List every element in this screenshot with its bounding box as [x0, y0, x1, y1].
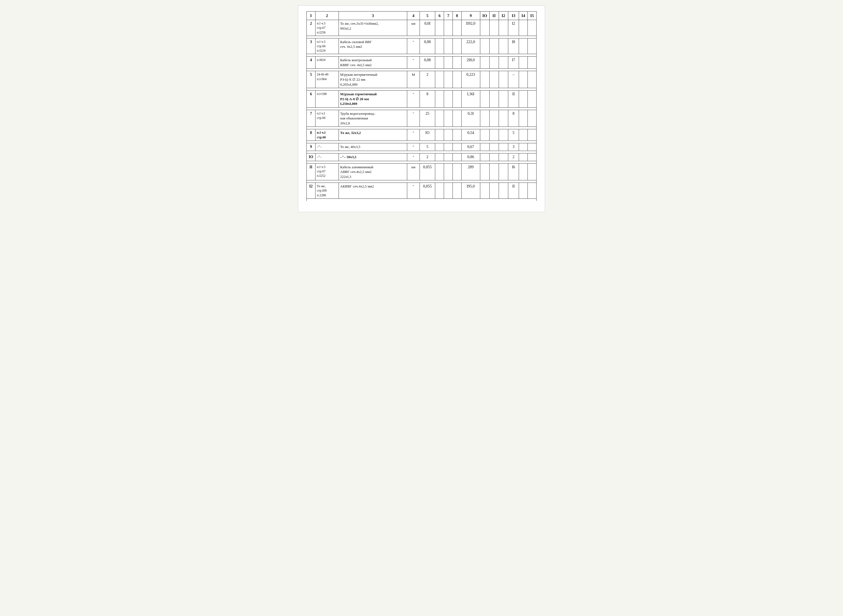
cell-7-1: 8	[307, 129, 316, 141]
cell-7-13: 5	[508, 129, 519, 141]
cell-5-9: I,36I	[461, 91, 480, 108]
table-row: 2п.I ч.5стр.67п.I258То же, сеч.3х35+IхI6…	[307, 20, 536, 36]
cell-3-12	[499, 57, 508, 69]
cell-1-9: II92,0	[461, 20, 480, 36]
cell-1-11	[489, 20, 499, 36]
cell-9-14	[519, 153, 528, 161]
cell-2-8	[452, 38, 461, 54]
cell-7-11	[489, 129, 499, 141]
cell-1-4: км	[407, 20, 420, 36]
cell-2-2: п.I ч.5стр.66п.I224	[315, 38, 339, 54]
cell-1-5: 0,0I	[420, 20, 435, 36]
cell-3-1: 4	[307, 57, 316, 69]
spacer-row	[307, 36, 536, 38]
spacer-row	[307, 198, 536, 201]
col-header-7: 7	[444, 12, 453, 20]
cell-9-13: 2	[508, 153, 519, 161]
cell-7-8	[452, 129, 461, 141]
cell-7-2: п.I ч.Iстр.66	[315, 129, 339, 141]
cell-1-8	[452, 20, 461, 36]
cell-11-8	[452, 183, 461, 199]
cell-6-6	[435, 110, 444, 127]
cell-1-15	[528, 20, 536, 36]
cell-8-2: –"–	[315, 143, 339, 151]
spacer-row	[307, 151, 536, 153]
cell-1-12	[499, 20, 508, 36]
cell-2-9: 222,0	[461, 38, 480, 54]
col-header-10: IO	[480, 12, 489, 20]
cell-5-7	[444, 91, 453, 108]
cell-4-2: 24-I6-49п.I-064	[315, 71, 339, 88]
cell-10-12	[499, 163, 508, 180]
cell-8-5: 5	[420, 143, 435, 151]
cell-3-8	[452, 57, 461, 69]
cell-5-1: 6	[307, 91, 316, 108]
cell-9-1: IO	[307, 153, 316, 161]
col-header-3: 3	[339, 12, 407, 20]
cell-6-7	[444, 110, 453, 127]
cell-8-3: То же, 40х3,5	[339, 143, 407, 151]
cell-11-5: 0,055	[420, 183, 435, 199]
page: I 2 3 4 5 6 7 8 9 IO II I2 I3 I4 I5 2п.I…	[298, 6, 545, 212]
spacer-row	[307, 161, 536, 163]
col-header-8: 8	[452, 12, 461, 20]
cell-5-12	[499, 91, 508, 108]
cell-3-11	[489, 57, 499, 69]
cell-4-14	[519, 71, 528, 88]
col-header-1: I	[307, 12, 316, 20]
cell-9-3: –"– 50х3,5	[339, 153, 407, 161]
cell-1-3: То же, сеч.3х35+IхI6мм2,993хI,2	[339, 20, 407, 36]
cell-1-10	[480, 20, 489, 36]
cell-6-15	[528, 110, 536, 127]
cell-5-2: п.I-OI8	[315, 91, 339, 108]
cell-4-10	[480, 71, 489, 88]
cell-10-8	[452, 163, 461, 180]
cell-8-11	[489, 143, 499, 151]
col-header-9: 9	[461, 12, 480, 20]
cell-11-2: То же,стр.I09п.2280	[315, 183, 339, 199]
table-row: IIп.I ч.5стр.67п.I252Кабель алюминиевыйА…	[307, 163, 536, 180]
cell-6-5: 25	[420, 110, 435, 127]
cell-7-10	[480, 129, 489, 141]
cell-8-14	[519, 143, 528, 151]
cell-11-4: "	[407, 183, 420, 199]
cell-4-8	[452, 71, 461, 88]
cell-11-13: II	[508, 183, 519, 199]
cell-2-5: 0,08	[420, 38, 435, 54]
spacer-row	[307, 69, 536, 71]
cell-9-2: –"–	[315, 153, 339, 161]
spacer-row	[307, 141, 536, 143]
cell-10-15	[528, 163, 536, 180]
cell-2-11	[489, 38, 499, 54]
cell-9-12	[499, 153, 508, 161]
cell-4-7	[444, 71, 453, 88]
table-row: 4п.I824Кабель контрольныйКВВГ сеч. 4хI,5…	[307, 57, 536, 69]
cell-11-3: АКВВГ сеч.4х2,5 мм2	[339, 183, 407, 199]
spacer-row	[307, 54, 536, 57]
cell-7-7	[444, 129, 453, 141]
cell-1-14	[519, 20, 528, 36]
col-header-14: I4	[519, 12, 528, 20]
cell-4-4: М	[407, 71, 420, 88]
cell-5-5: 8	[420, 91, 435, 108]
cell-7-5: IO	[420, 129, 435, 141]
col-header-2: 2	[315, 12, 339, 20]
cell-11-14	[519, 183, 528, 199]
cell-11-10	[480, 183, 489, 199]
cell-7-9: 0,54	[461, 129, 480, 141]
cell-10-2: п.I ч.5стр.67п.I252	[315, 163, 339, 180]
cell-5-8	[452, 91, 461, 108]
cell-3-3: Кабель контрольныйКВВГ сеч. 4хI,5 мм2	[339, 57, 407, 69]
cell-3-9: 2I8,0	[461, 57, 480, 69]
cell-6-14	[519, 110, 528, 127]
cell-11-6	[435, 183, 444, 199]
cell-2-1: 3	[307, 38, 316, 54]
cell-8-12	[499, 143, 508, 151]
cell-1-13: I2	[508, 20, 519, 36]
cell-11-12	[499, 183, 508, 199]
col-header-13: I3	[508, 12, 519, 20]
col-header-15: I5	[528, 12, 536, 20]
cell-2-15	[528, 38, 536, 54]
table-row: 3п.I ч.5стр.66п.I224Кабель силовой ВВГсе…	[307, 38, 536, 54]
table-row: 8п.I ч.Iстр.66То же, 32х3,2"IO0,545	[307, 129, 536, 141]
